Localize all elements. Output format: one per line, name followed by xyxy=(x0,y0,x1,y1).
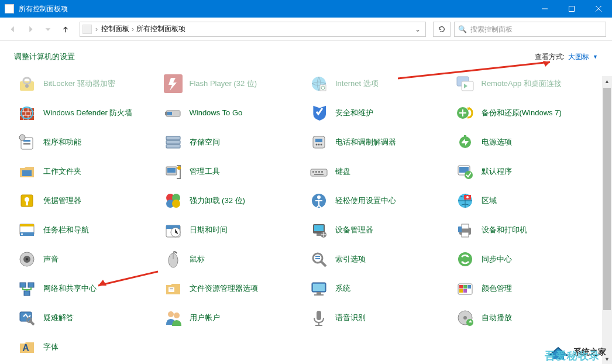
fonts-icon xyxy=(18,338,36,356)
control-panel-item[interactable]: 系统 xyxy=(306,274,452,303)
control-panel-item[interactable]: 自动播放 xyxy=(452,303,599,332)
control-panel-item[interactable]: 存储空间 xyxy=(160,128,307,157)
control-panel-item[interactable]: 强力卸载 (32 位) xyxy=(160,186,307,215)
control-panel-item[interactable]: 用户帐户 xyxy=(160,303,307,332)
maximize-button[interactable] xyxy=(558,0,585,18)
view-mode: 查看方式: 大图标 ▼ xyxy=(535,52,598,62)
control-panel-item[interactable]: 键盘 xyxy=(306,157,452,186)
control-panel-item[interactable]: 文件资源管理器选项 xyxy=(160,274,307,303)
item-label: 疑难解答 xyxy=(43,313,74,323)
control-panel-item[interactable]: 字体 xyxy=(14,332,160,362)
item-label: BitLocker 驱动器加密 xyxy=(43,79,115,89)
remoteapp-icon xyxy=(456,74,475,93)
ease-icon xyxy=(310,191,328,210)
control-panel-item[interactable]: 电话和调制解调器 xyxy=(306,128,452,157)
storage-icon xyxy=(164,133,183,152)
breadcrumb-item[interactable]: 控制面板 xyxy=(101,24,129,34)
control-panel-item[interactable]: 安全和维护 xyxy=(306,98,452,128)
scrollbar-up[interactable]: ▲ xyxy=(602,76,612,86)
item-label: 任务栏和导航 xyxy=(43,225,89,235)
control-panel-item[interactable]: 网络和共享中心 xyxy=(14,274,160,303)
view-mode-label: 查看方式: xyxy=(535,52,565,62)
watermark-secondary: 吾爱秘收录 xyxy=(545,349,600,363)
colormgmt-icon xyxy=(456,279,475,298)
devicemgr-icon xyxy=(310,221,328,239)
control-panel-item[interactable]: 鼠标 xyxy=(160,245,307,274)
control-panel-item[interactable]: Flash Player (32 位) xyxy=(160,69,307,98)
refresh-button[interactable] xyxy=(433,22,451,37)
datetime-icon xyxy=(164,221,183,239)
troubleshoot-icon xyxy=(18,308,36,327)
region-icon xyxy=(456,191,475,210)
control-panel-item[interactable]: 索引选项 xyxy=(306,245,452,274)
control-panel-item[interactable]: 同步中心 xyxy=(452,245,599,274)
item-label: 语音识别 xyxy=(335,313,366,323)
address-dropdown[interactable]: ⌄ xyxy=(412,25,423,33)
control-panel-item[interactable]: 程序和功能 xyxy=(14,128,160,157)
control-panel-item[interactable]: 日期和时间 xyxy=(160,215,307,245)
control-panel-item[interactable]: 电源选项 xyxy=(452,128,599,157)
admintools-icon xyxy=(164,162,183,181)
control-panel-item[interactable]: 轻松使用设置中心 xyxy=(306,186,452,215)
breadcrumb-item[interactable]: 所有控制面板项 xyxy=(136,24,185,34)
nav-forward-button[interactable] xyxy=(23,22,37,36)
breadcrumb: 控制面板 › 所有控制面板项 xyxy=(101,24,185,34)
control-panel-item[interactable]: 任务栏和导航 xyxy=(14,215,160,245)
speech-icon xyxy=(310,308,328,327)
item-label: 日期和时间 xyxy=(190,225,228,235)
control-panel-item[interactable]: 工作文件夹 xyxy=(14,157,160,186)
firewall-icon xyxy=(18,104,36,122)
control-panel-item[interactable]: 凭据管理器 xyxy=(14,186,160,215)
indexing-icon xyxy=(310,250,328,269)
control-panel-item[interactable]: Windows Defender 防火墙 xyxy=(14,98,160,128)
control-panel-item[interactable]: 管理工具 xyxy=(160,157,307,186)
nav-recent-button[interactable] xyxy=(41,22,55,36)
control-panel-item[interactable]: 疑难解答 xyxy=(14,303,160,332)
item-label: 用户帐户 xyxy=(190,313,220,323)
subheader: 调整计算机的设置 查看方式: 大图标 ▼ xyxy=(0,41,612,69)
control-panel-item[interactable]: 区域 xyxy=(452,186,599,215)
item-label: 设备管理器 xyxy=(335,225,373,235)
workfolder-icon xyxy=(18,162,36,181)
item-label: 强力卸载 (32 位) xyxy=(190,196,245,206)
svg-rect-103 xyxy=(569,6,575,12)
item-label: 文件资源管理器选项 xyxy=(190,284,258,294)
control-panel-item[interactable]: 默认程序 xyxy=(452,157,599,186)
control-panel-item[interactable]: 设备和打印机 xyxy=(452,215,599,245)
nav-up-button[interactable] xyxy=(59,22,73,36)
page-title: 调整计算机的设置 xyxy=(14,51,75,62)
autoplay-icon xyxy=(456,308,475,327)
control-panel-item[interactable]: 备份和还原(Windows 7) xyxy=(452,98,599,128)
control-panel-item[interactable]: 颜色管理 xyxy=(452,274,599,303)
address-bar[interactable]: › 控制面板 › 所有控制面板项 ⌄ xyxy=(80,22,426,37)
control-panel-item[interactable]: Windows To Go xyxy=(160,98,307,128)
item-label: 设备和打印机 xyxy=(482,225,527,235)
control-panel-item[interactable]: 声音 xyxy=(14,245,160,274)
control-panel-item[interactable]: 语音识别 xyxy=(306,303,452,332)
search-input[interactable] xyxy=(470,25,602,33)
nav-back-button[interactable] xyxy=(6,22,20,36)
backup-icon xyxy=(456,104,475,122)
credential-icon xyxy=(18,191,36,210)
item-label: 网络和共享中心 xyxy=(43,284,97,294)
control-panel-item[interactable]: RemoteApp 和桌面连接 xyxy=(452,69,599,98)
close-button[interactable] xyxy=(585,0,612,18)
toolbar: › 控制面板 › 所有控制面板项 ⌄ 🔍 xyxy=(0,18,612,41)
view-mode-value[interactable]: 大图标 xyxy=(568,52,589,62)
defaultprog-icon xyxy=(456,162,475,181)
item-label: 安全和维护 xyxy=(335,108,373,118)
control-panel-item[interactable]: 设备管理器 xyxy=(306,215,452,245)
item-label: 颜色管理 xyxy=(482,284,512,294)
item-label: 字体 xyxy=(43,342,59,352)
scrollbar-thumb[interactable] xyxy=(603,88,611,310)
control-panel-item[interactable]: BitLocker 驱动器加密 xyxy=(14,69,160,98)
bitlocker-icon xyxy=(18,74,36,93)
search-box[interactable]: 🔍 xyxy=(454,22,606,37)
chevron-down-icon[interactable]: ▼ xyxy=(593,54,598,60)
minimize-button[interactable] xyxy=(531,0,558,18)
vertical-scrollbar[interactable]: ▲ ▼ xyxy=(602,76,612,364)
security-icon xyxy=(310,104,328,122)
address-icon xyxy=(82,25,92,34)
control-panel-item[interactable]: Internet 选项 xyxy=(306,69,452,98)
network-icon xyxy=(18,279,36,298)
